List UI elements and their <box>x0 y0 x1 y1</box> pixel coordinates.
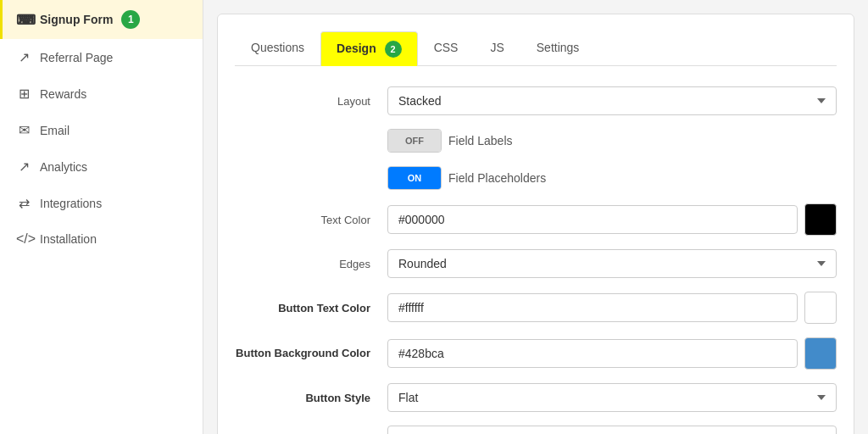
layout-label: Layout <box>235 95 387 108</box>
sidebar-item-label: Integrations <box>40 197 102 210</box>
button-text-color-input[interactable] <box>387 293 798 322</box>
sidebar-step-badge: 1 <box>121 10 140 29</box>
button-label-control <box>387 426 837 434</box>
edges-label: Edges <box>235 258 387 270</box>
button-text-color-control <box>387 292 837 324</box>
field-placeholders-row: ON Field Placeholders <box>235 166 837 190</box>
sidebar-item-label: Signup Form <box>40 13 113 26</box>
edges-row: Edges Rounded Square Pill <box>235 249 837 278</box>
field-placeholders-toggle[interactable]: ON <box>387 166 442 190</box>
button-style-row: Button Style Flat Raised Outline <box>235 383 837 412</box>
sidebar-item-installation[interactable]: </> Installation <box>0 221 203 257</box>
button-bg-color-row: Button Background Color <box>235 337 837 370</box>
sidebar-item-label: Analytics <box>40 160 87 174</box>
button-bg-color-label: Button Background Color <box>235 347 387 361</box>
integrations-icon: ⇄ <box>16 195 31 211</box>
tab-css[interactable]: CSS <box>418 31 475 66</box>
field-placeholders-control: ON Field Placeholders <box>387 166 837 190</box>
edges-control: Rounded Square Pill <box>387 249 837 278</box>
text-color-row: Text Color <box>235 203 837 236</box>
layout-select[interactable]: Stacked Inline Two Column <box>387 86 837 115</box>
tab-bar: Questions Design 2 CSS JS Settings <box>235 31 837 66</box>
sidebar-item-referral-page[interactable]: ↗ Referral Page <box>0 39 203 75</box>
sidebar-item-rewards[interactable]: ⊞ Rewards <box>0 75 203 112</box>
button-label-input[interactable] <box>387 426 837 434</box>
layout-row: Layout Stacked Inline Two Column <box>235 86 837 115</box>
button-bg-color-input[interactable] <box>387 339 798 368</box>
text-color-control <box>387 203 837 236</box>
sidebar-item-integrations[interactable]: ⇄ Integrations <box>0 185 203 221</box>
button-style-select[interactable]: Flat Raised Outline <box>387 383 837 412</box>
referral-icon: ↗ <box>16 49 31 65</box>
toggle-off-label: OFF <box>388 130 441 152</box>
sidebar-item-label: Email <box>40 124 70 137</box>
sidebar-item-analytics[interactable]: ↗ Analytics <box>0 148 203 185</box>
tab-design-badge: 2 <box>385 41 402 58</box>
sidebar-item-email[interactable]: ✉ Email <box>0 112 203 148</box>
button-style-control: Flat Raised Outline <box>387 383 837 412</box>
field-labels-control: OFF Field Labels <box>387 129 837 153</box>
button-bg-color-swatch[interactable] <box>804 337 837 370</box>
button-text-color-label: Button Text Color <box>235 302 387 314</box>
text-color-swatch[interactable] <box>804 203 837 236</box>
sidebar-item-label: Installation <box>40 232 97 246</box>
tab-questions[interactable]: Questions <box>235 31 320 66</box>
sidebar-item-label: Rewards <box>40 87 86 101</box>
tab-design[interactable]: Design 2 <box>320 31 418 66</box>
tab-js[interactable]: JS <box>474 31 520 66</box>
main-content: Questions Design 2 CSS JS Settings Layou… <box>203 0 868 434</box>
text-color-input[interactable] <box>387 205 798 234</box>
field-placeholders-label: Field Placeholders <box>448 171 546 185</box>
button-text-color-swatch[interactable] <box>804 292 837 324</box>
toggle-on-label: ON <box>388 167 441 189</box>
sidebar-item-label: Referral Page <box>40 51 113 64</box>
edges-select[interactable]: Rounded Square Pill <box>387 249 837 278</box>
installation-icon: </> <box>16 231 31 247</box>
sidebar-item-signup-form[interactable]: ⌨ Signup Form 1 <box>0 0 203 39</box>
field-labels-row: OFF Field Labels <box>235 129 837 153</box>
email-icon: ✉ <box>16 122 31 138</box>
rewards-icon: ⊞ <box>16 86 31 102</box>
field-labels-toggle[interactable]: OFF <box>387 129 442 153</box>
tab-settings[interactable]: Settings <box>520 31 596 66</box>
sidebar: ⌨ Signup Form 1 ↗ Referral Page ⊞ Reward… <box>0 0 203 434</box>
text-color-label: Text Color <box>235 214 387 226</box>
layout-control: Stacked Inline Two Column <box>387 86 837 115</box>
button-bg-color-control <box>387 337 837 370</box>
button-style-label: Button Style <box>235 392 387 404</box>
button-label-row: Button Label <box>235 426 837 434</box>
design-card: Questions Design 2 CSS JS Settings Layou… <box>217 14 854 434</box>
terminal-icon: ⌨ <box>16 12 31 28</box>
field-labels-label: Field Labels <box>448 134 513 147</box>
button-text-color-row: Button Text Color <box>235 292 837 324</box>
analytics-icon: ↗ <box>16 159 31 175</box>
